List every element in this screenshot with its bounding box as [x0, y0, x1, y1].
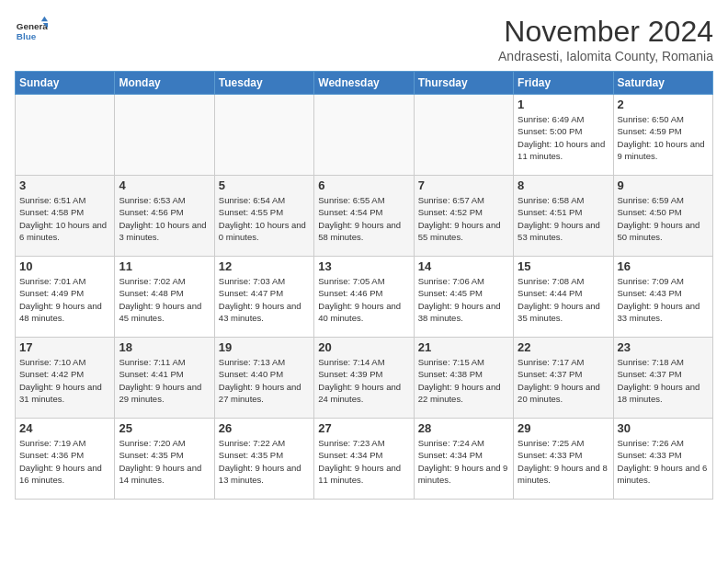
day-number: 9: [618, 178, 709, 192]
calendar-cell: 11Sunrise: 7:02 AMSunset: 4:48 PMDayligh…: [115, 257, 214, 338]
day-number: 10: [19, 259, 110, 273]
day-info: Sunrise: 7:03 AMSunset: 4:47 PMDaylight:…: [219, 275, 310, 324]
day-info: Sunrise: 7:26 AMSunset: 4:33 PMDaylight:…: [618, 437, 709, 486]
day-header-wednesday: Wednesday: [314, 72, 414, 95]
calendar-cell: 28Sunrise: 7:24 AMSunset: 4:34 PMDayligh…: [414, 419, 513, 500]
day-info: Sunrise: 7:13 AMSunset: 4:40 PMDaylight:…: [219, 356, 310, 405]
day-number: 22: [518, 340, 609, 354]
calendar-cell: 5Sunrise: 6:54 AMSunset: 4:55 PMDaylight…: [214, 176, 313, 257]
day-number: 24: [19, 421, 110, 435]
calendar-cell: 23Sunrise: 7:18 AMSunset: 4:37 PMDayligh…: [613, 338, 712, 419]
calendar-week-row: 1Sunrise: 6:49 AMSunset: 5:00 PMDaylight…: [16, 95, 713, 176]
day-info: Sunrise: 6:58 AMSunset: 4:51 PMDaylight:…: [518, 194, 609, 243]
day-info: Sunrise: 6:53 AMSunset: 4:56 PMDaylight:…: [119, 194, 210, 243]
day-info: Sunrise: 7:09 AMSunset: 4:43 PMDaylight:…: [618, 275, 709, 324]
day-number: 20: [318, 340, 409, 354]
calendar-cell: 1Sunrise: 6:49 AMSunset: 5:00 PMDaylight…: [514, 95, 613, 176]
calendar-cell: [214, 95, 313, 176]
svg-text:General: General: [17, 21, 48, 31]
day-number: 29: [518, 421, 609, 435]
day-number: 14: [418, 259, 509, 273]
calendar-cell: 9Sunrise: 6:59 AMSunset: 4:50 PMDaylight…: [613, 176, 712, 257]
calendar-week-row: 10Sunrise: 7:01 AMSunset: 4:49 PMDayligh…: [16, 257, 713, 338]
calendar-cell: 18Sunrise: 7:11 AMSunset: 4:41 PMDayligh…: [115, 338, 214, 419]
day-number: 2: [618, 98, 709, 111]
day-info: Sunrise: 7:08 AMSunset: 4:44 PMDaylight:…: [518, 275, 609, 324]
calendar-cell: 7Sunrise: 6:57 AMSunset: 4:52 PMDaylight…: [414, 176, 513, 257]
day-info: Sunrise: 7:01 AMSunset: 4:49 PMDaylight:…: [19, 275, 110, 324]
calendar-cell: 20Sunrise: 7:14 AMSunset: 4:39 PMDayligh…: [314, 338, 414, 419]
calendar-table: SundayMondayTuesdayWednesdayThursdayFrid…: [15, 71, 713, 500]
calendar-cell: 12Sunrise: 7:03 AMSunset: 4:47 PMDayligh…: [214, 257, 313, 338]
day-info: Sunrise: 7:24 AMSunset: 4:34 PMDaylight:…: [418, 437, 509, 486]
day-number: 6: [318, 178, 409, 192]
day-info: Sunrise: 7:02 AMSunset: 4:48 PMDaylight:…: [119, 275, 210, 324]
calendar-cell: [115, 95, 214, 176]
calendar-cell: 6Sunrise: 6:55 AMSunset: 4:54 PMDaylight…: [314, 176, 414, 257]
day-header-thursday: Thursday: [414, 72, 513, 95]
day-info: Sunrise: 6:54 AMSunset: 4:55 PMDaylight:…: [219, 194, 310, 243]
day-info: Sunrise: 7:19 AMSunset: 4:36 PMDaylight:…: [19, 437, 110, 486]
day-number: 27: [318, 421, 409, 435]
calendar-header-row: SundayMondayTuesdayWednesdayThursdayFrid…: [16, 72, 713, 95]
logo-icon: General Blue: [15, 15, 48, 48]
day-info: Sunrise: 7:05 AMSunset: 4:46 PMDaylight:…: [318, 275, 409, 324]
calendar-week-row: 17Sunrise: 7:10 AMSunset: 4:42 PMDayligh…: [16, 338, 713, 419]
day-number: 11: [119, 259, 210, 273]
header: General Blue November 2024 Andrasesti, I…: [15, 15, 713, 63]
day-info: Sunrise: 7:17 AMSunset: 4:37 PMDaylight:…: [518, 356, 609, 405]
calendar-cell: 3Sunrise: 6:51 AMSunset: 4:58 PMDaylight…: [16, 176, 115, 257]
day-info: Sunrise: 6:55 AMSunset: 4:54 PMDaylight:…: [318, 194, 409, 243]
day-info: Sunrise: 7:23 AMSunset: 4:34 PMDaylight:…: [318, 437, 409, 486]
day-number: 30: [618, 421, 709, 435]
day-info: Sunrise: 7:15 AMSunset: 4:38 PMDaylight:…: [418, 356, 509, 405]
day-info: Sunrise: 7:25 AMSunset: 4:33 PMDaylight:…: [518, 437, 609, 486]
day-number: 16: [618, 259, 709, 273]
svg-marker-2: [41, 17, 48, 21]
calendar-cell: [414, 95, 513, 176]
day-header-tuesday: Tuesday: [214, 72, 313, 95]
day-number: 28: [418, 421, 509, 435]
day-number: 21: [418, 340, 509, 354]
calendar-cell: 27Sunrise: 7:23 AMSunset: 4:34 PMDayligh…: [314, 419, 414, 500]
day-number: 4: [119, 178, 210, 192]
calendar-cell: 24Sunrise: 7:19 AMSunset: 4:36 PMDayligh…: [16, 419, 115, 500]
calendar-cell: [314, 95, 414, 176]
calendar-cell: 26Sunrise: 7:22 AMSunset: 4:35 PMDayligh…: [214, 419, 313, 500]
calendar-cell: [16, 95, 115, 176]
calendar-cell: 8Sunrise: 6:58 AMSunset: 4:51 PMDaylight…: [514, 176, 613, 257]
day-header-saturday: Saturday: [613, 72, 712, 95]
day-info: Sunrise: 7:20 AMSunset: 4:35 PMDaylight:…: [119, 437, 210, 486]
day-info: Sunrise: 7:22 AMSunset: 4:35 PMDaylight:…: [219, 437, 310, 486]
day-number: 8: [518, 178, 609, 192]
day-number: 3: [19, 178, 110, 192]
day-number: 15: [518, 259, 609, 273]
svg-text:Blue: Blue: [17, 31, 37, 41]
day-number: 17: [19, 340, 110, 354]
calendar-week-row: 24Sunrise: 7:19 AMSunset: 4:36 PMDayligh…: [16, 419, 713, 500]
calendar-cell: 17Sunrise: 7:10 AMSunset: 4:42 PMDayligh…: [16, 338, 115, 419]
day-number: 12: [219, 259, 310, 273]
day-number: 1: [518, 98, 609, 111]
day-header-monday: Monday: [115, 72, 214, 95]
day-number: 23: [618, 340, 709, 354]
day-info: Sunrise: 6:57 AMSunset: 4:52 PMDaylight:…: [418, 194, 509, 243]
calendar-week-row: 3Sunrise: 6:51 AMSunset: 4:58 PMDaylight…: [16, 176, 713, 257]
calendar-cell: 19Sunrise: 7:13 AMSunset: 4:40 PMDayligh…: [214, 338, 313, 419]
calendar-cell: 10Sunrise: 7:01 AMSunset: 4:49 PMDayligh…: [16, 257, 115, 338]
calendar-cell: 30Sunrise: 7:26 AMSunset: 4:33 PMDayligh…: [613, 419, 712, 500]
month-title: November 2024: [498, 15, 713, 49]
calendar-cell: 22Sunrise: 7:17 AMSunset: 4:37 PMDayligh…: [514, 338, 613, 419]
calendar-cell: 4Sunrise: 6:53 AMSunset: 4:56 PMDaylight…: [115, 176, 214, 257]
day-info: Sunrise: 6:50 AMSunset: 4:59 PMDaylight:…: [618, 113, 709, 162]
calendar-cell: 29Sunrise: 7:25 AMSunset: 4:33 PMDayligh…: [514, 419, 613, 500]
day-number: 26: [219, 421, 310, 435]
day-number: 7: [418, 178, 509, 192]
calendar-cell: 13Sunrise: 7:05 AMSunset: 4:46 PMDayligh…: [314, 257, 414, 338]
logo: General Blue: [15, 15, 48, 48]
day-info: Sunrise: 7:14 AMSunset: 4:39 PMDaylight:…: [318, 356, 409, 405]
day-header-sunday: Sunday: [16, 72, 115, 95]
calendar-cell: 14Sunrise: 7:06 AMSunset: 4:45 PMDayligh…: [414, 257, 513, 338]
calendar-cell: 21Sunrise: 7:15 AMSunset: 4:38 PMDayligh…: [414, 338, 513, 419]
day-number: 19: [219, 340, 310, 354]
